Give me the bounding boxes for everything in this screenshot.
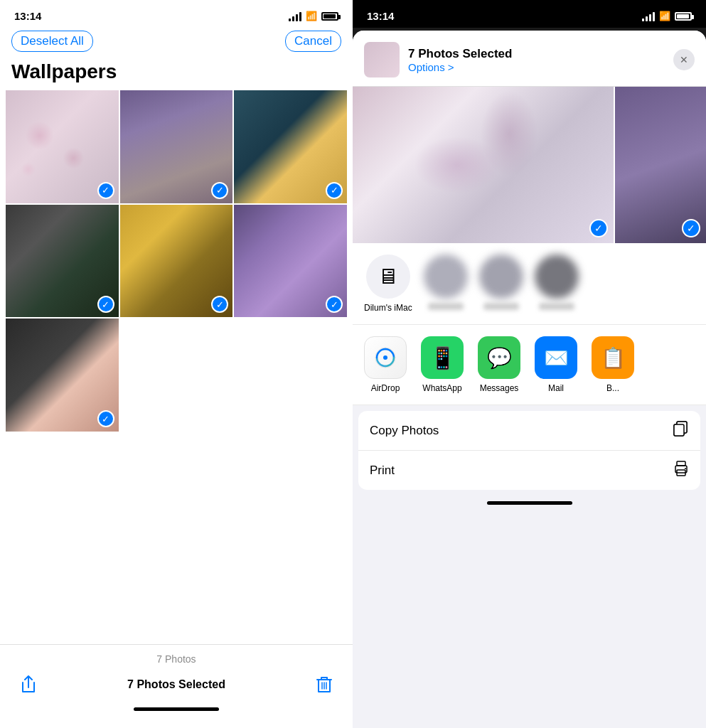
share-sheet: 7 Photos Selected Options > ✕ ✓ ✓ 🖥 Dilu… bbox=[353, 31, 706, 728]
wifi-icon: 📶 bbox=[306, 11, 317, 21]
check-badge-4: ✓ bbox=[97, 296, 114, 313]
share-icon bbox=[21, 675, 36, 694]
svg-rect-8 bbox=[674, 424, 684, 436]
mail-app-icon: ✉️ bbox=[535, 336, 577, 379]
right-panel: 13:14 📶 7 Photos Selected Options > ✕ ✓ bbox=[353, 0, 706, 728]
photo-cell-7[interactable]: ✓ bbox=[6, 318, 119, 432]
deselect-all-button[interactable]: Deselect All bbox=[11, 31, 93, 52]
copy-photos-icon bbox=[673, 421, 689, 437]
signal-icon bbox=[289, 11, 301, 21]
cancel-button[interactable]: Cancel bbox=[285, 31, 341, 52]
preview-check-1: ✓ bbox=[589, 219, 608, 237]
more-label: B... bbox=[606, 383, 619, 393]
blurred-avatar-1 bbox=[424, 255, 468, 299]
preview-strip: ✓ ✓ bbox=[353, 87, 706, 243]
photo-cell-4[interactable]: ✓ bbox=[6, 205, 119, 318]
selected-count-label: 7 Photos Selected bbox=[43, 678, 310, 691]
photo-cell-1[interactable]: ✓ bbox=[6, 90, 119, 203]
photo-cell-6[interactable]: ✓ bbox=[234, 205, 347, 318]
print-action[interactable]: Print bbox=[358, 451, 700, 490]
close-share-button[interactable]: ✕ bbox=[673, 49, 695, 70]
app-share-row: AirDrop 📱 WhatsApp 💬 Messages ✉️ Mail bbox=[353, 325, 706, 405]
photos-count: 7 Photos bbox=[156, 653, 196, 665]
whatsapp-label: WhatsApp bbox=[422, 383, 461, 393]
check-badge-2: ✓ bbox=[211, 182, 228, 199]
svg-point-4 bbox=[383, 355, 387, 360]
right-time: 13:14 bbox=[367, 10, 394, 22]
left-time: 13:14 bbox=[14, 10, 41, 22]
messages-app-icon: 💬 bbox=[478, 336, 520, 379]
more-app-icon: 📋 bbox=[592, 336, 634, 379]
blurred-label-1 bbox=[428, 303, 464, 310]
action-list: Copy Photos Print bbox=[358, 411, 700, 490]
airdrop-device-imac[interactable]: 🖥 Dilum's iMac bbox=[364, 255, 412, 313]
print-icon bbox=[673, 461, 689, 480]
device-label-imac: Dilum's iMac bbox=[364, 303, 412, 313]
printer-icon bbox=[673, 461, 689, 476]
blurred-label-2 bbox=[483, 303, 519, 310]
top-bar: Deselect All Cancel bbox=[0, 28, 353, 58]
photo-cell-3[interactable]: ✓ bbox=[234, 90, 347, 203]
share-button[interactable] bbox=[14, 670, 43, 699]
whatsapp-icon: 📱 bbox=[429, 346, 456, 370]
trash-icon bbox=[316, 675, 332, 694]
right-signal-icon bbox=[642, 11, 655, 21]
preview-check-2: ✓ bbox=[682, 219, 700, 237]
photo-grid: ✓ ✓ ✓ ✓ ✓ ✓ ✓ bbox=[6, 90, 347, 432]
check-badge-1: ✓ bbox=[97, 182, 114, 199]
svg-rect-11 bbox=[677, 461, 685, 466]
preview-photo-main: ✓ bbox=[353, 87, 614, 243]
check-badge-7: ✓ bbox=[97, 410, 114, 427]
check-badge-3: ✓ bbox=[326, 182, 343, 199]
right-wifi-icon: 📶 bbox=[659, 11, 670, 21]
messages-label: Messages bbox=[480, 383, 519, 393]
blurred-contact-2[interactable] bbox=[479, 255, 523, 313]
copy-photos-action[interactable]: Copy Photos bbox=[358, 411, 700, 451]
right-status-bar: 13:14 📶 bbox=[353, 0, 706, 28]
close-icon: ✕ bbox=[680, 54, 688, 65]
blurred-contact-1[interactable] bbox=[424, 255, 468, 313]
blurred-avatar-2 bbox=[479, 255, 523, 299]
svg-point-12 bbox=[685, 468, 686, 469]
app-item-more[interactable]: 📋 B... bbox=[592, 336, 634, 393]
imac-icon: 🖥 bbox=[366, 255, 410, 299]
battery-icon bbox=[321, 12, 338, 21]
left-status-bar: 13:14 📶 bbox=[0, 0, 353, 28]
right-status-icons: 📶 bbox=[642, 11, 692, 21]
preview-photo-secondary: ✓ bbox=[615, 87, 706, 243]
copy-photos-label: Copy Photos bbox=[370, 424, 439, 438]
share-info: 7 Photos Selected Options > bbox=[408, 47, 665, 73]
bottom-bar: 7 Photos 7 Photos Selected bbox=[0, 644, 353, 728]
app-item-messages[interactable]: 💬 Messages bbox=[478, 336, 520, 393]
check-badge-6: ✓ bbox=[326, 296, 343, 313]
airdrop-label: AirDrop bbox=[371, 383, 400, 393]
share-thumbnail bbox=[364, 42, 400, 77]
right-home-indicator bbox=[487, 501, 572, 505]
page-title: Wallpapers bbox=[0, 58, 353, 90]
bottom-actions: 7 Photos Selected bbox=[14, 670, 338, 699]
share-header: 7 Photos Selected Options > ✕ bbox=[353, 31, 706, 87]
airdrop-swirl-icon bbox=[374, 346, 397, 369]
photo-cell-5[interactable]: ✓ bbox=[120, 205, 233, 318]
blurred-label-3 bbox=[539, 303, 574, 310]
mail-label: Mail bbox=[548, 383, 564, 393]
app-item-whatsapp[interactable]: 📱 WhatsApp bbox=[421, 336, 464, 393]
whatsapp-app-icon: 📱 bbox=[421, 336, 464, 379]
check-badge-5: ✓ bbox=[211, 296, 228, 313]
home-indicator bbox=[134, 707, 219, 711]
more-icon: 📋 bbox=[601, 346, 626, 370]
app-item-airdrop[interactable]: AirDrop bbox=[364, 336, 407, 393]
delete-button[interactable] bbox=[310, 670, 338, 699]
mail-icon: ✉️ bbox=[544, 346, 569, 370]
left-status-icons: 📶 bbox=[289, 11, 338, 21]
right-battery-icon bbox=[675, 12, 692, 21]
messages-icon: 💬 bbox=[487, 346, 512, 370]
airdrop-app-icon bbox=[364, 336, 407, 379]
left-panel: 13:14 📶 Deselect All Cancel Wallpapers ✓… bbox=[0, 0, 353, 728]
app-item-mail[interactable]: ✉️ Mail bbox=[535, 336, 577, 393]
share-selected-count: 7 Photos Selected bbox=[408, 47, 665, 61]
blurred-avatar-3 bbox=[535, 255, 579, 299]
photo-cell-2[interactable]: ✓ bbox=[120, 90, 233, 203]
share-options-button[interactable]: Options > bbox=[408, 61, 665, 73]
blurred-contact-3[interactable] bbox=[535, 255, 579, 313]
